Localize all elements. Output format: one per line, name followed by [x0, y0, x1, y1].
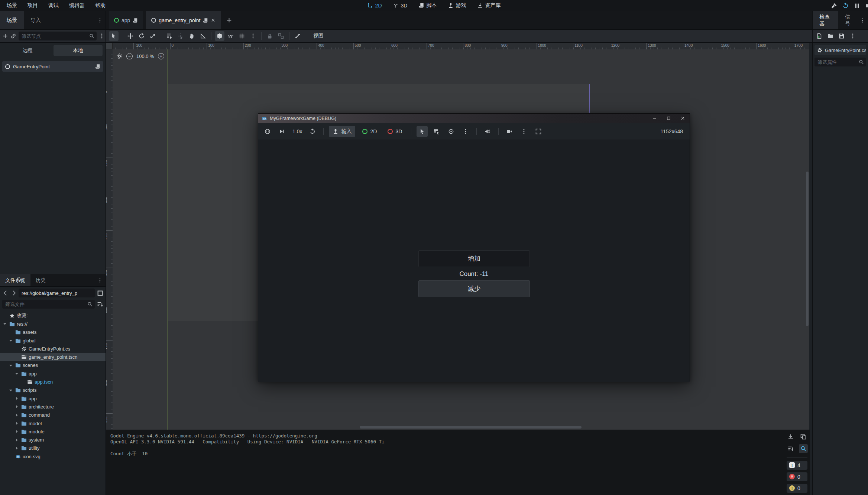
- split-view-icon[interactable]: [97, 290, 103, 296]
- embed-fullscreen-button[interactable]: [533, 126, 544, 137]
- inspector-menu-icon[interactable]: [850, 33, 856, 39]
- scene-tree-menu-button[interactable]: [99, 31, 105, 41]
- next-frame-button[interactable]: [276, 126, 288, 137]
- tab-signals[interactable]: 信号: [838, 11, 860, 29]
- chevron-right-icon[interactable]: [14, 429, 19, 434]
- smart-snap-button[interactable]: [215, 31, 224, 41]
- chevron-down-icon[interactable]: [8, 338, 13, 343]
- tab-import-dock[interactable]: 导入: [24, 11, 48, 29]
- mode-2d-button[interactable]: 2D: [365, 0, 385, 11]
- mode-3d-button[interactable]: 3D: [390, 0, 411, 11]
- zoom-percent-button[interactable]: 100.0 %: [136, 53, 154, 59]
- game-select-tool-button[interactable]: [417, 126, 428, 137]
- skeleton-options-button[interactable]: [293, 31, 302, 41]
- new-scene-tab-button[interactable]: [226, 17, 232, 23]
- filesystem-item-app-tscn[interactable]: app.tscn: [0, 378, 106, 386]
- scene-tab-game-entry-point[interactable]: game_entry_point: [146, 11, 221, 29]
- filesystem-item-app[interactable]: app: [0, 394, 106, 403]
- filesystem-item-scenes[interactable]: scenes: [0, 361, 106, 369]
- list-select-button[interactable]: [165, 31, 174, 41]
- chevron-right-icon[interactable]: [14, 396, 19, 401]
- increase-button[interactable]: 增加: [418, 250, 530, 267]
- close-button[interactable]: [676, 114, 690, 123]
- group-node-button[interactable]: [276, 31, 286, 41]
- debug-2d-button[interactable]: 2D: [359, 126, 380, 137]
- input-mode-button[interactable]: 输入: [329, 126, 355, 137]
- chevron-down-icon[interactable]: [2, 321, 7, 326]
- grid-toggle-button[interactable]: [237, 31, 247, 41]
- restart-button[interactable]: [842, 3, 849, 9]
- zoom-out-button[interactable]: −: [126, 53, 133, 59]
- close-tab-icon[interactable]: [211, 18, 216, 23]
- save-resource-icon[interactable]: [839, 33, 845, 39]
- filesystem-item-res[interactable]: res://: [0, 320, 106, 328]
- pause-button[interactable]: [854, 3, 860, 9]
- nav-forward-icon[interactable]: [10, 290, 17, 296]
- filesystem-item-system[interactable]: system: [0, 436, 106, 444]
- attached-script-icon[interactable]: [95, 64, 100, 69]
- mode-assetlib-button[interactable]: 资产库: [474, 0, 503, 11]
- tab-filesystem[interactable]: 文件系统: [0, 274, 30, 286]
- chevron-right-icon[interactable]: [14, 421, 19, 426]
- chevron-down-icon[interactable]: [14, 371, 19, 376]
- pivot-tool-button[interactable]: [176, 31, 185, 41]
- menu-scene[interactable]: 场景: [3, 1, 21, 10]
- menu-editor[interactable]: 编辑器: [65, 1, 88, 10]
- rotate-tool-button[interactable]: [137, 31, 146, 41]
- scene-tab-app[interactable]: app: [109, 11, 143, 29]
- chevron-right-icon[interactable]: [14, 413, 19, 418]
- error-count-badge[interactable]: ✕ 0: [787, 472, 807, 481]
- copy-output-button[interactable]: [799, 432, 808, 441]
- filter-nodes-input[interactable]: [19, 32, 97, 40]
- move-tool-button[interactable]: [126, 31, 135, 41]
- remote-button[interactable]: 远程: [3, 45, 52, 56]
- filter-files-input[interactable]: [2, 300, 95, 309]
- ruler-tool-button[interactable]: [198, 31, 208, 41]
- mute-audio-button[interactable]: [482, 126, 493, 137]
- maximize-button[interactable]: [661, 114, 676, 123]
- canvas-vertical-scrollbar[interactable]: [806, 172, 809, 326]
- canvas-horizontal-scrollbar[interactable]: [360, 426, 582, 429]
- filesystem-item-icon-svg[interactable]: icon.svg: [0, 452, 106, 460]
- grid-snap-button[interactable]: [226, 31, 236, 41]
- zoom-in-button[interactable]: +: [158, 53, 164, 59]
- tab-inspector[interactable]: 检查器: [813, 11, 838, 29]
- tab-scene-dock[interactable]: 场景: [0, 11, 24, 29]
- inspector-resource-bar[interactable]: GameEntryPoint.cs: [814, 45, 866, 55]
- game-window-titlebar[interactable]: MyGFrameworkGame (DEBUG): [258, 114, 690, 123]
- filesystem-item-global[interactable]: global: [0, 336, 106, 345]
- local-button[interactable]: 本地: [54, 45, 103, 56]
- filesystem-item-scripts[interactable]: scripts: [0, 386, 106, 394]
- movie-camera-button[interactable]: [504, 126, 515, 137]
- debug-3d-button[interactable]: 3D: [384, 126, 406, 137]
- scene-dock-menu-icon[interactable]: [97, 18, 103, 23]
- filesystem-item-module[interactable]: module: [0, 427, 106, 436]
- mode-script-button[interactable]: 脚本: [415, 0, 440, 11]
- snap-options-button[interactable]: [248, 31, 258, 41]
- nav-back-icon[interactable]: [2, 290, 9, 296]
- collapse-messages-button[interactable]: [786, 444, 795, 453]
- filesystem-item-model[interactable]: model: [0, 419, 106, 427]
- instance-scene-button[interactable]: [10, 31, 16, 41]
- chevron-right-icon[interactable]: [14, 437, 19, 443]
- warning-count-badge[interactable]: ! 0: [787, 484, 807, 493]
- camera-override-button[interactable]: [446, 126, 457, 137]
- game-options-button[interactable]: [460, 126, 471, 137]
- chevron-right-icon[interactable]: [14, 404, 19, 409]
- reload-game-button[interactable]: [307, 126, 318, 137]
- filesystem-item-utility[interactable]: utility: [0, 444, 106, 452]
- movie-mode-button[interactable]: [865, 3, 868, 9]
- speed-label[interactable]: 1.0x: [291, 128, 304, 134]
- filesystem-item-command[interactable]: command: [0, 411, 106, 419]
- tab-history[interactable]: 历史: [30, 274, 51, 286]
- message-count-badge[interactable]: ! 4: [787, 461, 807, 470]
- select-tool-button[interactable]: [109, 31, 119, 41]
- scale-tool-button[interactable]: [148, 31, 158, 41]
- pan-tool-button[interactable]: [187, 31, 197, 41]
- menu-project[interactable]: 项目: [24, 1, 42, 10]
- lock-node-button[interactable]: [265, 31, 275, 41]
- filesystem-menu-icon[interactable]: [97, 278, 103, 283]
- menu-help[interactable]: 帮助: [91, 1, 109, 10]
- sun-icon[interactable]: [116, 53, 123, 59]
- sort-files-icon[interactable]: [97, 301, 103, 307]
